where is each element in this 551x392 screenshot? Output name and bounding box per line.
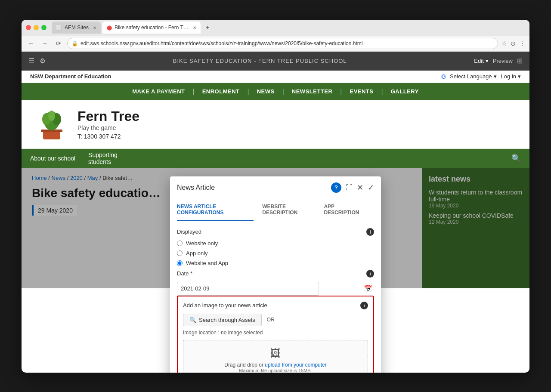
school-logo [34, 107, 69, 142]
minimize-window-button[interactable] [34, 25, 39, 30]
image-info-icon[interactable]: i [360, 302, 368, 309]
binoculars-icon: 🔍 [189, 317, 196, 323]
school-phone: T: 1300 307 472 [77, 133, 517, 140]
tab-app-desc[interactable]: APP DESCRIPTION [324, 199, 365, 221]
google-icon: G [441, 73, 448, 80]
date-input-container: 📅 [177, 282, 374, 296]
radio-app-only[interactable]: App only [177, 250, 374, 256]
calendar-button[interactable]: 📅 [364, 284, 372, 293]
radio-website-only[interactable]: Website only [177, 240, 374, 247]
edit-button[interactable]: Edit ▾ [474, 58, 488, 64]
upload-icon: 🖼 [190, 347, 361, 359]
nav-item-enrolment[interactable]: ENROLMENT [195, 83, 248, 100]
displayed-info-icon[interactable]: i [366, 228, 374, 236]
image-location: Image location : no image selected [183, 330, 368, 336]
radio-website-app-input[interactable] [177, 260, 183, 266]
tab-close-icon[interactable]: ✕ [193, 25, 196, 30]
close-window-button[interactable] [26, 25, 31, 30]
news-article-modal: News Article ? ⛶ ✕ ✓ NEWS ARTICLE CONFIG… [170, 176, 381, 373]
nav-item-events[interactable]: EVENTS [342, 83, 381, 100]
settings-icon[interactable]: ⚙ [40, 57, 46, 65]
school-tagline: Play the game [77, 124, 517, 131]
svg-point-5 [48, 111, 55, 121]
upload-link[interactable]: upload from your computer [265, 362, 326, 368]
tab-bar: ⬜ AEM Sites ✕ ⬤ Bike safety education - … [52, 22, 525, 34]
tab-label: AEM Sites [65, 25, 89, 31]
tab-close-icon[interactable]: ✕ [93, 25, 96, 30]
image-upload-header: Add an image to your news article. i [183, 302, 368, 309]
tab-website-desc[interactable]: WEBSITE DESCRIPTION [262, 199, 315, 221]
image-upload-section: Add an image to your news article. i 🔍 S… [177, 296, 374, 373]
displayed-field-row: Displayed i [177, 228, 374, 236]
date-input[interactable] [177, 282, 319, 296]
forward-button[interactable]: → [40, 38, 50, 49]
tab-bike-safety[interactable]: ⬤ Bike safety education - Fern T… ✕ [102, 22, 201, 34]
nav-item-payment[interactable]: MAKE A PAYMENT [124, 83, 192, 100]
upload-actions: 🔍 Search through Assets OR [183, 314, 368, 326]
modal-close-icon[interactable]: ✕ [357, 183, 363, 192]
modal-fullscreen-icon[interactable]: ⛶ [346, 184, 353, 191]
login-button[interactable]: Log in ▾ [501, 73, 521, 80]
address-bar-container: ← → ⟳ 🔒 edit.sws.schools.nsw.gov.au/edit… [22, 36, 529, 52]
drop-zone[interactable]: 🖼 Drag and drop or upload from your comp… [183, 340, 368, 373]
back-button[interactable]: ← [26, 38, 36, 49]
secondary-nav: About our school Supportingstudents 🔍 [22, 149, 529, 168]
modal-help-icon[interactable]: ? [331, 182, 341, 193]
aem-page-title: BIKE SAFETY EDUCATION - FERN TREE PUBLIC… [46, 58, 474, 64]
browser-menu-icon[interactable]: ⋮ [519, 40, 525, 47]
drop-text: Drag and drop or upload from your comput… [190, 362, 361, 368]
nav-supporting[interactable]: Supportingstudents [88, 151, 118, 165]
lock-icon: 🔒 [72, 41, 78, 46]
modal-overlay: News Article ? ⛶ ✕ ✓ NEWS ARTICLE CONFIG… [22, 168, 529, 288]
preview-button[interactable]: Preview [493, 58, 513, 64]
modal-tabs: NEWS ARTICLE CONFIGURATIONS WEBSITE DESC… [170, 199, 381, 221]
tab-label: Bike safety education - Fern T… [115, 25, 189, 31]
chevron-down-icon: ▾ [518, 73, 521, 80]
school-info: Fern Tree Play the game T: 1300 307 472 [77, 108, 517, 140]
tab-news-config[interactable]: NEWS ARTICLE CONFIGURATIONS [177, 199, 254, 221]
aem-toolbar: ☰ ⚙ BIKE SAFETY EDUCATION - FERN TREE PU… [22, 52, 529, 71]
date-field-row: Date * i [177, 270, 374, 278]
traffic-lights [26, 25, 46, 30]
search-icon[interactable]: 🔍 [511, 154, 521, 163]
school-header: Fern Tree Play the game T: 1300 307 472 [22, 100, 529, 149]
profile-icon[interactable]: ⊙ [511, 40, 516, 47]
modal-header: News Article ? ⛶ ✕ ✓ [170, 176, 381, 199]
url-text: edit.sws.schools.nsw.gov.au/editor.html/… [80, 40, 493, 46]
image-upload-label: Add an image to your news article. [183, 302, 269, 309]
share-icon[interactable]: ⊞ [517, 57, 523, 65]
nav-item-gallery[interactable]: GALLERY [383, 83, 427, 100]
site-header: NSW Department of Education G Select Lan… [22, 71, 529, 83]
browser-titlebar: ⬜ AEM Sites ✕ ⬤ Bike safety education - … [22, 20, 529, 36]
modal-title: News Article [177, 184, 327, 191]
radio-website-app[interactable]: Website and App [177, 260, 374, 266]
or-text: OR [267, 317, 275, 323]
nav-item-newsletter[interactable]: NEWSLETTER [284, 83, 341, 100]
dept-name: NSW Department of Education [30, 73, 111, 80]
search-assets-button[interactable]: 🔍 Search through Assets [183, 314, 262, 326]
bookmark-icon[interactable]: ☆ [501, 40, 507, 47]
modal-body: Displayed i Website only App only [170, 221, 381, 373]
google-translate-button[interactable]: G Select Language ▾ [441, 73, 497, 80]
drop-max-size: Maximum file upload size is 15MB. [190, 368, 361, 373]
nav-item-news[interactable]: NEWS [249, 83, 282, 100]
tab-aem-sites[interactable]: ⬜ AEM Sites ✕ [52, 22, 101, 34]
main-content: Home / News / 2020 / May / Bike safet… B… [22, 168, 529, 288]
radio-app-only-input[interactable] [177, 250, 183, 256]
refresh-button[interactable]: ⟳ [53, 38, 64, 49]
school-name: Fern Tree [77, 108, 517, 124]
radio-website-only-input[interactable] [177, 241, 183, 246]
chevron-down-icon: ▾ [494, 73, 497, 80]
displayed-label: Displayed [177, 228, 201, 235]
address-bar[interactable]: 🔒 edit.sws.schools.nsw.gov.au/editor.htm… [67, 38, 498, 49]
date-label: Date * [177, 270, 192, 277]
maximize-window-button[interactable] [41, 25, 46, 30]
sidebar-toggle-icon[interactable]: ☰ [28, 57, 34, 65]
modal-confirm-icon[interactable]: ✓ [368, 183, 374, 192]
nav-bar: MAKE A PAYMENT | ENROLMENT | NEWS | NEWS… [22, 83, 529, 100]
new-tab-button[interactable]: + [202, 22, 213, 33]
nav-about[interactable]: About our school [30, 155, 75, 162]
date-info-icon[interactable]: i [366, 270, 374, 278]
radio-group: Website only App only Website and App [177, 240, 374, 266]
